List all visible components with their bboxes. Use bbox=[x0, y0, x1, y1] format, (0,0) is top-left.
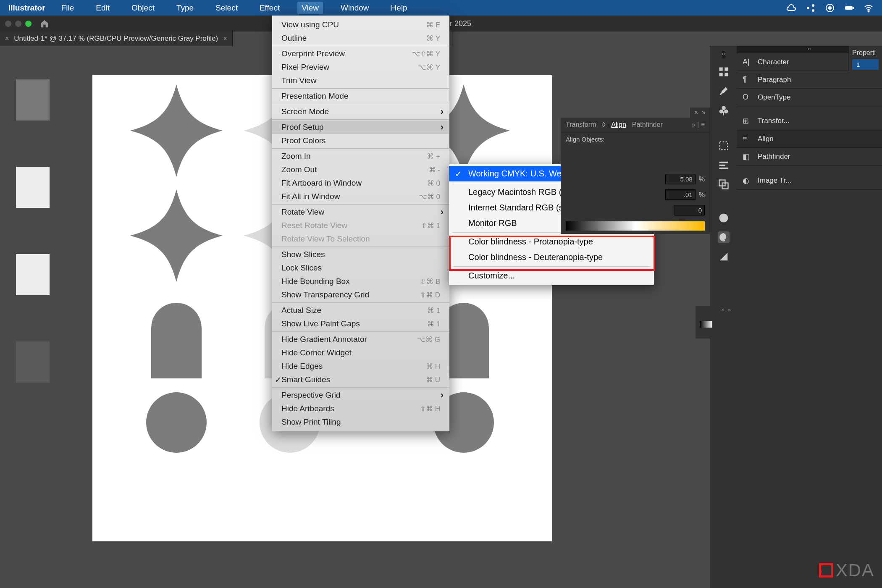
circle-icon[interactable] bbox=[718, 212, 730, 224]
menu-item-zoom-out[interactable]: Zoom Out⌘ - bbox=[272, 163, 449, 176]
svg-rect-18 bbox=[723, 111, 724, 115]
panel-menu-icon[interactable]: » | ≡ bbox=[692, 121, 705, 129]
svg-point-0 bbox=[807, 7, 809, 9]
menu-item-hide-gradient-annotator[interactable]: Hide Gradient Annotator⌥⌘ G bbox=[272, 333, 449, 346]
proof-option-customize[interactable]: Customize... bbox=[449, 268, 654, 284]
brush-icon[interactable] bbox=[718, 85, 730, 97]
thumbnail-4[interactable] bbox=[16, 341, 50, 383]
menu-item-show-live-paint-gaps[interactable]: Show Live Paint Gaps⌘ 1 bbox=[272, 317, 449, 331]
menu-item-fit-artboard-in-window[interactable]: Fit Artboard in Window⌘ 0 bbox=[272, 176, 449, 190]
thumbnail-1[interactable] bbox=[16, 79, 50, 121]
battery-icon[interactable] bbox=[844, 3, 854, 13]
window-close-dot[interactable] bbox=[5, 21, 11, 27]
record-icon[interactable] bbox=[825, 3, 835, 13]
panel-row-paragraph[interactable]: ¶Paragraph bbox=[737, 71, 882, 89]
menu-item-fit-all-in-window[interactable]: Fit All in Window⌥⌘ 0 bbox=[272, 190, 449, 203]
share-icon[interactable] bbox=[806, 3, 816, 13]
layer-row[interactable]: 1 bbox=[852, 59, 879, 70]
triangle-icon[interactable] bbox=[718, 251, 730, 262]
menu-item-overprint-preview[interactable]: Overprint Preview⌥⇧⌘ Y bbox=[272, 47, 449, 60]
wifi-icon[interactable] bbox=[864, 3, 874, 13]
menu-item-show-transparency-grid[interactable]: Show Transparency Grid⇧⌘ D bbox=[272, 288, 449, 302]
field-val-1[interactable]: 5.08 bbox=[665, 174, 696, 184]
menu-object[interactable]: Object bbox=[127, 2, 159, 14]
panel-row-pathfinder[interactable]: ◧Pathfinder bbox=[737, 148, 882, 166]
thumbnail-2[interactable] bbox=[16, 167, 50, 208]
menu-window[interactable]: Window bbox=[336, 2, 373, 14]
gradient-thumb[interactable] bbox=[700, 321, 712, 328]
menu-item-screen-mode[interactable]: Screen Mode bbox=[272, 105, 449, 118]
xda-watermark: XDA bbox=[819, 560, 874, 580]
menu-item-pixel-preview[interactable]: Pixel Preview⌥⌘ Y bbox=[272, 60, 449, 74]
menu-item-rotate-view[interactable]: Rotate View bbox=[272, 205, 449, 219]
panel-row-opentype[interactable]: OOpenType bbox=[737, 89, 882, 106]
tab-align[interactable]: Align bbox=[611, 121, 626, 129]
menu-item-proof-colors[interactable]: Proof Colors bbox=[272, 134, 449, 147]
tab-close-icon[interactable]: × bbox=[5, 35, 9, 42]
tab-pathfinder[interactable]: Pathfinder bbox=[632, 121, 663, 129]
document-tab[interactable]: × Untitled-1* @ 37.17 % (RGB/CPU Preview… bbox=[0, 32, 233, 46]
menu-item-hide-corner-widget[interactable]: Hide Corner Widget bbox=[272, 346, 449, 360]
menu-type[interactable]: Type bbox=[172, 2, 198, 14]
properties-panel-edge[interactable]: Properti 1 bbox=[848, 46, 882, 71]
menu-help[interactable]: Help bbox=[387, 2, 412, 14]
panel-close-row[interactable]: × » bbox=[690, 108, 710, 118]
menu-item-reset-rotate-view: Reset Rotate View⇧⌘ 1 bbox=[272, 219, 449, 232]
mini-gradient-panel[interactable]: ×» bbox=[696, 306, 734, 339]
transform-icon[interactable] bbox=[718, 140, 730, 152]
svg-point-8 bbox=[146, 392, 207, 453]
menu-item-show-print-tiling[interactable]: Show Print Tiling bbox=[272, 415, 449, 429]
menu-item-actual-size[interactable]: Actual Size⌘ 1 bbox=[272, 304, 449, 317]
menu-edit[interactable]: Edit bbox=[92, 2, 114, 14]
proof-option-deuteranopia[interactable]: Color blindness - Deuteranopia-type bbox=[449, 249, 654, 265]
align-icon[interactable] bbox=[718, 159, 730, 171]
palette-icon[interactable] bbox=[718, 231, 730, 243]
menu-select[interactable]: Select bbox=[211, 2, 242, 14]
menu-item-hide-bounding-box[interactable]: Hide Bounding Box⇧⌘ B bbox=[272, 275, 449, 288]
menu-item-view-using-cpu[interactable]: View using CPU⌘ E bbox=[272, 18, 449, 32]
menu-item-smart-guides[interactable]: ✓Smart Guides⌘ U bbox=[272, 373, 449, 386]
panel-row-image-tr-[interactable]: ◐Image Tr... bbox=[737, 172, 882, 190]
menu-item-proof-setup[interactable]: Proof Setup bbox=[272, 121, 449, 134]
menu-file[interactable]: File bbox=[57, 2, 79, 14]
artboard-thumbnails bbox=[0, 71, 60, 588]
home-icon[interactable] bbox=[40, 19, 49, 28]
mini-close-icon[interactable]: × bbox=[721, 307, 724, 314]
svg-rect-5 bbox=[845, 6, 853, 10]
menu-item-zoom-in[interactable]: Zoom In⌘ + bbox=[272, 150, 449, 163]
svg-point-17 bbox=[724, 110, 728, 113]
mini-expand-icon[interactable]: » bbox=[728, 307, 731, 314]
menu-item-hide-edges[interactable]: Hide Edges⌘ H bbox=[272, 360, 449, 373]
menu-item-hide-artboards[interactable]: Hide Artboards⇧⌘ H bbox=[272, 402, 449, 415]
collapse-chevrons[interactable]: ‹‹ bbox=[722, 51, 725, 58]
field-val-2[interactable]: .01 bbox=[665, 189, 696, 200]
pathfinder-icon[interactable] bbox=[718, 178, 730, 190]
menu-item-lock-slices[interactable]: Lock Slices bbox=[272, 261, 449, 275]
menu-item-show-slices[interactable]: Show Slices bbox=[272, 248, 449, 261]
panel-row-transfor-[interactable]: ⊞Transfor... bbox=[737, 112, 882, 130]
menu-item-perspective-grid[interactable]: Perspective Grid bbox=[272, 388, 449, 402]
cloud-icon[interactable] bbox=[786, 3, 796, 13]
tab-close-icon-2[interactable]: × bbox=[223, 35, 227, 42]
clubs-icon[interactable] bbox=[718, 105, 730, 116]
panel-row-align[interactable]: ≡Align bbox=[737, 130, 882, 148]
window-max-dot[interactable] bbox=[25, 21, 32, 27]
menu-item-presentation-mode[interactable]: Presentation Mode bbox=[272, 89, 449, 103]
menu-effect[interactable]: Effect bbox=[255, 2, 284, 14]
menu-item-outline[interactable]: Outline⌘ Y bbox=[272, 32, 449, 45]
right-panels: ‹‹ ‹‹ A|Character¶ParagraphOOpenType⊞Tra… bbox=[710, 46, 882, 588]
gradient-swatch[interactable] bbox=[566, 221, 705, 231]
thumbnail-3[interactable] bbox=[16, 254, 50, 295]
tab-title: Untitled-1* @ 37.17 % (RGB/CPU Preview/G… bbox=[14, 34, 218, 43]
panel-icon: ≡ bbox=[743, 134, 753, 143]
menu-view[interactable]: View bbox=[297, 2, 323, 14]
tab-transform[interactable]: Transform bbox=[566, 121, 596, 129]
panel-icon: O bbox=[743, 93, 753, 102]
field-val-3[interactable]: 0 bbox=[675, 205, 705, 215]
window-min-dot[interactable] bbox=[15, 21, 21, 27]
grid-icon[interactable] bbox=[718, 66, 730, 78]
menu-item-trim-view[interactable]: Trim View bbox=[272, 74, 449, 87]
proof-option-protanopia[interactable]: Color blindness - Protanopia-type bbox=[449, 234, 654, 249]
panel-list-column: ‹‹ A|Character¶ParagraphOOpenType⊞Transf… bbox=[737, 46, 882, 588]
svg-rect-14 bbox=[724, 73, 728, 76]
